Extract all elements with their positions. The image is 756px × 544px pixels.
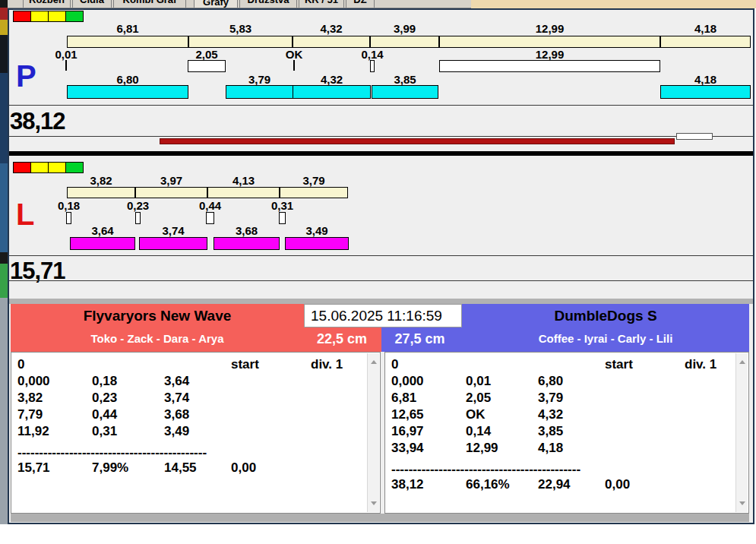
table-row: 11,920,313,49 [11, 423, 380, 440]
dog-time-bar [660, 85, 751, 99]
table-row: 7,790,443,68 [11, 406, 380, 423]
table-cell [231, 406, 311, 423]
table-divider: ----------------------------------------… [11, 448, 380, 460]
team-right-name: DumbleDogs S [462, 308, 749, 324]
table-cell: 0 [391, 356, 466, 373]
segment-bar [135, 187, 207, 198]
dog-time-bar [293, 85, 371, 99]
table-cell: 7,99% [92, 460, 164, 476]
table-row: 0startdiv. 1 [11, 356, 380, 373]
table-cell [538, 356, 605, 373]
segment-label: 3,79 [283, 174, 344, 187]
table-cell [605, 423, 685, 440]
left-team-table[interactable]: 0startdiv. 10,0000,183,643,820,233,747,7… [11, 352, 381, 514]
table-cell: 0,23 [92, 390, 164, 406]
table-row: 15,717,99%14,550,00 [11, 460, 380, 476]
table-cell: start [231, 356, 311, 373]
segment-label: 3,97 [141, 174, 202, 187]
segment-label: 5,83 [210, 22, 271, 35]
traffic-light-green [65, 11, 84, 22]
table-cell: 0,01 [466, 373, 538, 390]
table-cell [605, 406, 685, 423]
segment-label: 4,32 [301, 22, 362, 35]
table-spacer [11, 440, 380, 448]
split-label: 0,14 [342, 48, 403, 61]
table-cell: 22,94 [538, 476, 605, 493]
table-cell: OK [466, 406, 538, 423]
table-cell: start [605, 356, 685, 373]
left-table-scrollbar[interactable] [367, 353, 379, 512]
table-cell: 6,80 [538, 373, 605, 390]
footer-top-strip [9, 299, 753, 304]
table-cell: 0,31 [92, 423, 164, 440]
table-cell: 4,32 [538, 406, 605, 423]
dog-time-label: 3,68 [217, 224, 277, 237]
traffic-light-yellow [30, 11, 49, 22]
table-cell: 15,71 [17, 460, 92, 476]
split-box [135, 212, 141, 224]
scroll-down-icon[interactable] [739, 501, 745, 508]
segment-bar [280, 187, 348, 198]
lane-p-letter: P [16, 61, 36, 91]
table-cell: 0,00 [231, 460, 311, 476]
split-box [439, 60, 660, 72]
separator-line [9, 255, 753, 256]
traffic-light-yellow [48, 11, 66, 22]
dog-time-bar [67, 85, 188, 99]
team-right-members: Coffee - Iyrai - Carly - Lili [462, 332, 749, 345]
team-right-jump-height: 27,5 cm [384, 331, 456, 347]
table-cell: 11,92 [17, 423, 92, 440]
scroll-down-icon[interactable] [371, 501, 377, 508]
right-table-body: 0startdiv. 10,0000,016,806,812,053,7912,… [385, 353, 748, 493]
table-cell: 16,97 [391, 423, 466, 440]
table-cell [466, 356, 538, 373]
table-cell: 14,55 [164, 460, 231, 476]
dog-time-bar [285, 237, 349, 250]
table-row: 3,820,233,74 [11, 390, 380, 406]
table-cell [605, 373, 685, 390]
right-team-table[interactable]: 0startdiv. 10,0000,016,806,812,053,7912,… [384, 352, 749, 514]
segment-label: 12,99 [520, 22, 580, 35]
table-cell: 3,49 [164, 423, 231, 440]
table-cell: 3,79 [538, 390, 605, 406]
segment-bar [67, 187, 135, 198]
segment-bar [207, 187, 280, 198]
footer-bottom-strip [11, 514, 749, 522]
split-tick [65, 60, 67, 71]
segment-bar [439, 36, 660, 48]
table-cell: 38,12 [391, 476, 466, 493]
traffic-light-yellow [48, 162, 66, 173]
table-row: 6,812,053,79 [385, 390, 748, 406]
table-cell: 6,81 [391, 390, 466, 406]
table-row: 12,65OK4,32 [385, 406, 748, 423]
table-divider: ----------------------------------------… [385, 464, 748, 476]
separator-line [9, 105, 753, 106]
split-tick [293, 60, 295, 71]
dog-time-bar [139, 237, 207, 250]
split-label: OK [264, 48, 324, 61]
table-row: 16,970,143,85 [385, 423, 748, 440]
table-cell [164, 356, 231, 373]
team-left-members: Toko - Zack - Dara - Arya [11, 332, 304, 345]
table-cell: 66,16% [466, 476, 538, 493]
team-left-jump-height: 22,5 cm [304, 331, 380, 347]
segment-label: 6,81 [97, 22, 158, 35]
table-cell [605, 440, 685, 457]
table-cell: 12,65 [391, 406, 466, 423]
split-label: 12,99 [520, 48, 580, 61]
scroll-up-icon[interactable] [739, 357, 745, 364]
traffic-light-yellow [30, 162, 49, 173]
table-row: 0,0000,016,80 [385, 373, 748, 390]
scroll-up-icon[interactable] [371, 357, 377, 364]
table-row: 0,0000,183,64 [11, 373, 380, 390]
right-table-scrollbar[interactable] [735, 353, 748, 512]
table-cell: 3,68 [164, 406, 231, 423]
split-label: 0,01 [36, 48, 96, 61]
split-box [279, 212, 286, 224]
dog-time-bar [226, 85, 293, 99]
dog-time-label: 4,32 [302, 73, 362, 86]
traffic-light-red [13, 11, 31, 22]
table-cell: 3,85 [538, 423, 605, 440]
table-spacer [385, 457, 748, 464]
table-cell: 12,99 [466, 440, 538, 457]
